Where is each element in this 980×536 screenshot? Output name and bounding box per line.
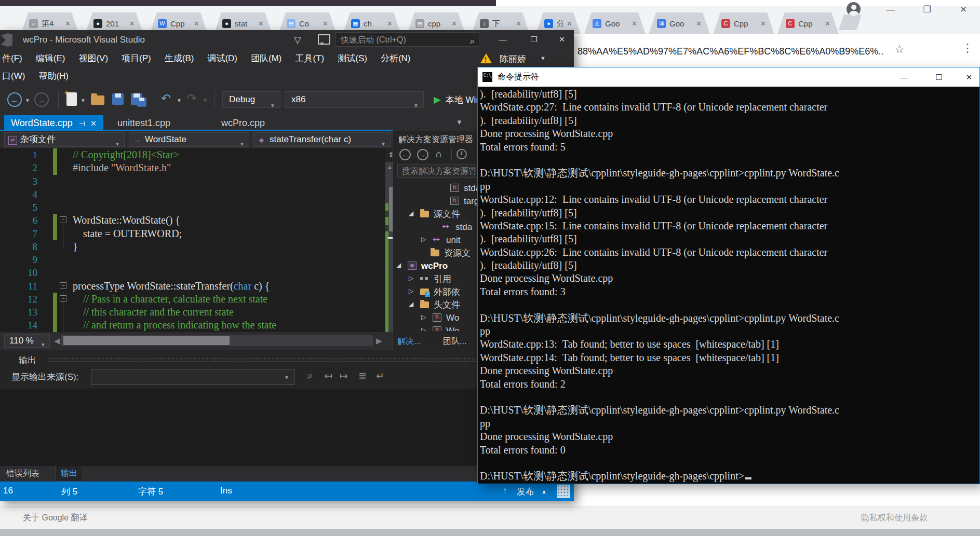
publish-button[interactable]: 发布 <box>517 486 534 498</box>
nav-type-combobox[interactable]: → WordState ▼ <box>129 132 249 147</box>
editor-horizontal-scrollbar[interactable] <box>61 335 373 346</box>
back-dropdown-caret-icon[interactable]: ▼ <box>25 98 30 103</box>
cmd-close-button[interactable]: ✕ <box>958 70 980 84</box>
output-prev-message-icon[interactable]: ↤ <box>324 370 332 382</box>
footer-terms-link[interactable]: 隐私权和使用条款 <box>861 513 928 524</box>
output-source-combobox[interactable]: ▼ <box>91 369 294 385</box>
output-word-wrap-icon[interactable]: ↵ <box>376 370 384 382</box>
publish-caret-icon[interactable]: ▲ <box>541 488 547 494</box>
browser-tab[interactable]: CCpp✕ <box>777 12 839 34</box>
se-back-button[interactable]: ← <box>399 149 411 160</box>
open-file-button[interactable] <box>91 95 104 105</box>
vs-feedback-smiley-icon[interactable]: ▽ <box>294 34 301 46</box>
collapsed-arrow-icon[interactable]: ▷ <box>409 287 413 295</box>
save-button[interactable] <box>112 93 124 105</box>
collapsed-arrow-icon[interactable]: ▷ <box>409 274 413 282</box>
browser-tab[interactable]: 文Goo✕ <box>584 12 646 34</box>
hscroll-left-icon[interactable]: ◀ <box>54 336 60 346</box>
nav-project-combobox[interactable]: ⇄ 杂项文件 ▼ <box>4 132 125 147</box>
platform-combobox[interactable]: x86 ▼ <box>285 91 424 108</box>
cmd-titlebar[interactable]: C:\_ 命令提示符 — ☐ ✕ <box>478 67 979 87</box>
tab-close-icon[interactable]: ✕ <box>258 20 264 28</box>
expanded-arrow-icon[interactable]: ◢ <box>409 210 413 217</box>
browser-minimize-button[interactable]: — <box>883 3 898 17</box>
tab-close-icon[interactable]: ✕ <box>696 20 702 28</box>
collapsed-arrow-icon[interactable]: ▷ <box>421 326 426 331</box>
publish-up-icon[interactable]: ↑ <box>503 486 507 496</box>
fold-collapse-icon[interactable]: − <box>60 295 66 302</box>
tab-close-icon[interactable]: ✕ <box>567 20 572 28</box>
vs-restore-button[interactable]: ❐ <box>523 32 544 47</box>
expanded-arrow-icon[interactable]: ◢ <box>396 262 401 269</box>
close-tab-icon[interactable]: ✕ <box>90 119 97 128</box>
tab-close-icon[interactable]: ✕ <box>760 20 766 28</box>
zoom-combobox[interactable]: 110 % ▼ <box>4 334 50 348</box>
collapsed-arrow-icon[interactable]: ▷ <box>421 313 426 321</box>
menu-工具(T)[interactable]: 工具(T) <box>296 50 325 67</box>
menu-帮助(H)[interactable]: 帮助(H) <box>38 67 69 85</box>
tab-close-icon[interactable]: ✕ <box>632 20 637 28</box>
menu-编辑(E)[interactable]: 编辑(E) <box>36 50 65 67</box>
menu-团队(M)[interactable]: 团队(M) <box>251 50 281 67</box>
menu-视图(V)[interactable]: 视图(V) <box>78 50 108 67</box>
new-file-button[interactable] <box>66 92 77 106</box>
navigate-forward-button[interactable]: → <box>34 92 49 107</box>
se-pending-changes-icon[interactable] <box>457 149 467 159</box>
cmd-terminal-output[interactable]: ). [readability/utf8] [5]WordState.cpp:2… <box>478 87 979 484</box>
cmd-maximize-button[interactable]: ☐ <box>928 70 950 84</box>
se-tab-解决...[interactable]: 解决... <box>397 336 421 347</box>
hscroll-right-icon[interactable]: ▶ <box>376 336 382 346</box>
collapsed-arrow-icon[interactable]: ▷ <box>421 236 426 243</box>
scrollbar-thumb[interactable] <box>63 336 230 345</box>
tab-close-icon[interactable]: ✕ <box>451 20 457 28</box>
se-tab-团队...[interactable]: 团队... <box>443 336 466 347</box>
browser-profile-icon[interactable] <box>847 2 861 16</box>
tab-close-icon[interactable]: ✕ <box>129 20 135 28</box>
quick-launch-input[interactable]: 快速启动 (Ctrl+Q) ⌕ <box>335 32 479 47</box>
tab-close-icon[interactable]: ✕ <box>65 20 71 28</box>
bookmark-star-icon[interactable]: ☆ <box>894 43 905 56</box>
se-home-icon[interactable]: ⌂ <box>436 148 441 160</box>
browser-tab[interactable]: 译Goo✕ <box>649 12 710 34</box>
se-forward-button[interactable]: → <box>417 149 428 160</box>
vs-minimize-button[interactable]: — <box>492 32 513 47</box>
navigate-back-button[interactable]: ← <box>7 92 22 107</box>
undo-caret-icon[interactable]: ▼ <box>177 98 182 103</box>
footer-about-link[interactable]: 关于 Google 翻译 <box>23 513 87 524</box>
cmd-minimize-button[interactable]: — <box>892 70 915 84</box>
menu-测试(S)[interactable]: 测试(S) <box>338 50 367 67</box>
user-dropdown-caret-icon[interactable]: ▼ <box>540 55 546 61</box>
warning-icon[interactable] <box>480 53 492 63</box>
menu-分析(N)[interactable]: 分析(N) <box>381 50 411 67</box>
browser-maximize-button[interactable]: ❐ <box>919 3 935 17</box>
undo-button[interactable]: ↶ <box>161 91 171 105</box>
url-text[interactable]: 88%AA%E5%AD%97%E7%AC%A6%EF%BC%8C%E6%A0%B… <box>578 44 884 59</box>
tab-close-icon[interactable]: ✕ <box>825 20 830 28</box>
scroll-up-icon[interactable]: ▲ <box>387 164 393 170</box>
tab-close-icon[interactable]: ✕ <box>387 20 393 28</box>
doc-tab-wcPro.cpp[interactable]: wcPro.cpp <box>214 115 272 131</box>
browser-menu-icon[interactable]: ⋮ <box>962 42 973 55</box>
menu-调试(D)[interactable]: 调试(D) <box>207 50 237 67</box>
vs-close-button[interactable]: ✕ <box>552 32 572 47</box>
tab-close-icon[interactable]: ✕ <box>323 20 328 28</box>
pin-icon[interactable]: ⊣ <box>79 119 85 128</box>
output-next-message-icon[interactable]: ↦ <box>340 370 348 382</box>
vs-titlebar[interactable]: wcPro - Microsoft Visual Studio ▽ 快速启动 (… <box>0 30 574 50</box>
vs-feedback-icon[interactable] <box>318 34 330 45</box>
browser-close-button[interactable]: ✕ <box>956 3 971 17</box>
menu-项目(P)[interactable]: 项目(P) <box>122 50 151 67</box>
redo-button[interactable]: ↷ <box>187 91 197 105</box>
tab-close-icon[interactable]: ✕ <box>516 20 521 28</box>
signed-in-user[interactable]: 陈丽娇 <box>500 53 526 65</box>
resize-grip[interactable] <box>557 485 570 498</box>
fold-collapse-icon[interactable]: − <box>60 282 66 289</box>
tab-output[interactable]: 输出 <box>55 466 83 482</box>
tab-close-icon[interactable]: ✕ <box>194 20 199 28</box>
menu-生成(B)[interactable]: 生成(B) <box>165 50 194 67</box>
tab-error-list[interactable]: 错误列表 <box>6 469 39 479</box>
document-list-caret-icon[interactable]: ▼ <box>456 118 463 126</box>
output-find-icon[interactable]: ⌕ <box>307 370 313 381</box>
new-file-caret-icon[interactable]: ▼ <box>80 98 86 103</box>
menu-口(W)[interactable]: 口(W) <box>2 67 25 85</box>
